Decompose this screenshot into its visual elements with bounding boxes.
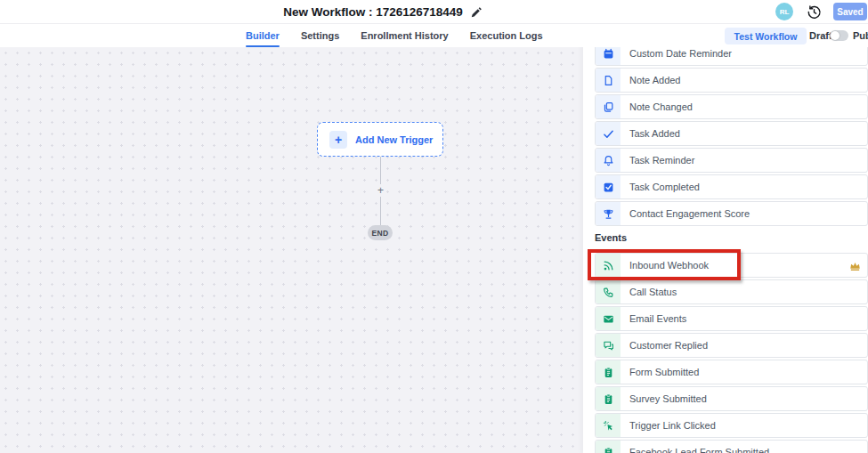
trigger-item-form-submitted[interactable]: Form Submitted: [595, 360, 868, 384]
toggle-knob: [831, 31, 840, 40]
workflow-canvas[interactable]: + Add New Trigger + END: [0, 47, 584, 453]
trigger-item-contact-engagement-score[interactable]: Contact Engagement Score: [595, 201, 868, 226]
end-node: END: [368, 225, 393, 240]
trigger-item-email-events[interactable]: Email Events: [595, 306, 868, 331]
task-check-icon: [596, 175, 621, 198]
trigger-item-note-changed[interactable]: Note Changed: [595, 94, 868, 119]
add-trigger-label: Add New Trigger: [355, 134, 433, 145]
trigger-item-task-added[interactable]: Task Added: [595, 121, 868, 146]
plus-icon: +: [329, 131, 347, 149]
bell-icon: [596, 149, 621, 172]
tab-settings[interactable]: Settings: [301, 24, 339, 47]
events-section-header: Events: [595, 232, 627, 243]
tab-bar: Builder Settings Enrollment History Exec…: [0, 24, 868, 47]
title-wrap: New Workflow : 1726126718449: [0, 0, 766, 24]
trigger-item-trigger-link-clicked[interactable]: Trigger Link Clicked: [595, 413, 868, 438]
publish-label: Publish: [853, 30, 868, 41]
version-history-icon[interactable]: [807, 4, 822, 20]
add-new-trigger-button[interactable]: + Add New Trigger: [317, 122, 443, 157]
top-bar: New Workflow : 1726126718449 RL Saved: [0, 0, 868, 24]
workflow-builder-app: New Workflow : 1726126718449 RL Saved Bu…: [0, 0, 868, 453]
trigger-item-inbound-webhook[interactable]: Inbound Webhook: [595, 253, 868, 278]
test-workflow-button[interactable]: Test Workflow: [725, 28, 807, 44]
user-avatar[interactable]: RL: [775, 3, 793, 20]
trigger-item-note-added[interactable]: Note Added: [595, 68, 868, 93]
webhook-icon: [596, 254, 621, 277]
clipboard-icon: [596, 387, 621, 410]
tab-execution-logs[interactable]: Execution Logs: [470, 24, 543, 47]
trophy-icon: [596, 202, 621, 225]
chat-bubbles-icon: [596, 334, 621, 357]
note-copy-icon: [596, 95, 621, 118]
tabs: Builder Settings Enrollment History Exec…: [246, 24, 543, 47]
page-title: New Workflow : 1726126718449: [283, 5, 463, 19]
crown-icon: [848, 260, 862, 272]
clipboard-icon: [596, 360, 621, 384]
trigger-item-task-reminder[interactable]: Task Reminder: [595, 148, 868, 173]
envelope-icon: [596, 307, 621, 330]
saved-button[interactable]: Saved: [833, 3, 867, 20]
cursor-click-icon: [596, 414, 621, 437]
phone-icon: [596, 280, 621, 303]
trigger-item-call-status[interactable]: Call Status: [595, 279, 868, 304]
draft-label: Draft: [809, 30, 832, 41]
trigger-item-facebook-lead-form-submitted[interactable]: Facebook Lead Form Submitted: [595, 440, 868, 453]
trigger-item-customer-replied[interactable]: Customer Replied: [595, 333, 868, 358]
trigger-item-task-completed[interactable]: Task Completed: [595, 174, 868, 199]
note-icon: [596, 69, 621, 92]
trigger-sidebar: Custom Date Reminder Note Added Note Cha…: [583, 24, 868, 453]
publish-toggle[interactable]: [830, 30, 848, 41]
edit-title-pencil-icon[interactable]: [470, 6, 483, 19]
add-step-plus-icon[interactable]: +: [375, 184, 386, 197]
tab-enrollment-history[interactable]: Enrollment History: [361, 24, 448, 47]
tab-builder[interactable]: Builder: [246, 24, 280, 47]
clipboard-icon: [596, 441, 621, 453]
check-icon: [596, 122, 621, 145]
trigger-item-survey-submitted[interactable]: Survey Submitted: [595, 386, 868, 411]
